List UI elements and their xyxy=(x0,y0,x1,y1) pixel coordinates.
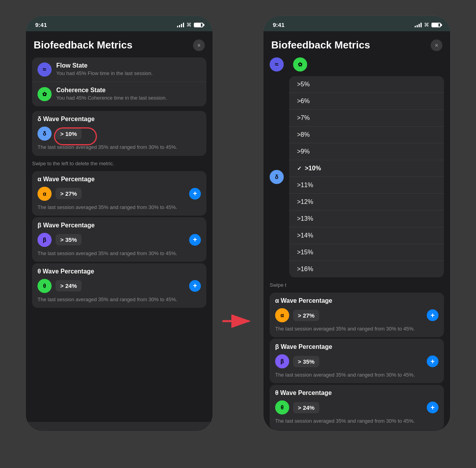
dropdown-item-12[interactable]: >12% xyxy=(289,194,444,211)
left-theta-icon: θ xyxy=(38,279,52,293)
left-theta-desc: The last session averaged 35% and ranged… xyxy=(38,296,201,303)
left-theta-title: θ Wave Percentage xyxy=(38,268,201,275)
dropdown-10-label: >10% xyxy=(305,165,321,172)
right-beta-row: β > 35% + xyxy=(275,354,438,368)
right-alpha-row: α > 27% + xyxy=(275,308,438,322)
right-delta-icon-abs: δ xyxy=(270,170,284,184)
dropdown-item-8[interactable]: >8% xyxy=(289,127,444,143)
right-app-content: Biofeedback Metrics × ≈ ✿ δ xyxy=(263,31,450,430)
left-delta-icon: δ xyxy=(38,127,52,141)
left-swipe-hint: Swipe to the left to delete the metric. xyxy=(26,157,213,171)
right-wifi-icon: ⌘ xyxy=(424,22,429,28)
right-modal-header: Biofeedback Metrics × xyxy=(263,31,450,57)
right-alpha-threshold[interactable]: > 27% xyxy=(293,310,319,321)
flow-state-name: Flow State xyxy=(56,62,201,69)
left-phone: 9:41 ⌘ Biofee xyxy=(25,16,213,432)
flow-state-text: Flow State You had 45% Flow time in the … xyxy=(56,62,201,77)
left-close-button[interactable]: × xyxy=(193,39,205,51)
right-theta-plus-button[interactable]: + xyxy=(427,402,438,413)
right-states-icons: ≈ ✿ xyxy=(263,57,450,76)
left-beta-plus-button[interactable]: + xyxy=(189,234,201,246)
left-close-icon: × xyxy=(197,42,200,48)
right-theta-title: θ Wave Percentage xyxy=(275,389,438,397)
left-modal-title: Biofeedback Metrics xyxy=(34,39,132,51)
dropdown-item-7[interactable]: >7% xyxy=(289,110,444,127)
left-alpha-plus-button[interactable]: + xyxy=(189,188,201,200)
left-theta-threshold[interactable]: > 24% xyxy=(55,280,82,291)
left-beta-row: β > 35% + xyxy=(38,233,201,247)
right-time: 9:41 xyxy=(273,21,285,28)
right-beta-section: β Wave Percentage β > 35% + The last ses… xyxy=(270,339,444,383)
right-theta-threshold[interactable]: > 24% xyxy=(293,402,319,413)
dropdown-6-label: >6% xyxy=(297,98,310,105)
right-close-button[interactable]: × xyxy=(431,39,442,51)
left-beta-title: β Wave Percentage xyxy=(38,222,201,229)
dropdown-11-label: >11% xyxy=(297,182,313,189)
right-signal-icon xyxy=(415,23,422,27)
right-battery-icon xyxy=(431,23,441,27)
right-close-icon: × xyxy=(435,42,438,48)
dropdown-item-13[interactable]: >13% xyxy=(289,211,444,227)
right-swipe-hint: Swipe t xyxy=(263,279,450,293)
coherence-state-desc: You had 45% Coherence time in the last s… xyxy=(56,95,201,102)
left-delta-threshold[interactable]: > 10% xyxy=(55,128,82,139)
right-beta-title: β Wave Percentage xyxy=(275,343,438,350)
dropdown-7-label: >7% xyxy=(297,114,310,121)
left-states-section: ≈ Flow State You had 45% Flow time in th… xyxy=(32,57,206,106)
left-alpha-title: α Wave Percentage xyxy=(38,176,201,183)
battery-icon xyxy=(194,23,203,27)
arrow-container xyxy=(222,16,254,432)
left-alpha-row: α > 27% + xyxy=(38,187,201,201)
left-beta-desc: The last session averaged 35% and ranged… xyxy=(38,250,201,257)
coherence-state-name: Coherence State xyxy=(56,87,201,94)
dropdown-item-14[interactable]: >14% xyxy=(289,227,444,244)
right-flow-icon: ≈ xyxy=(270,57,284,71)
left-theta-plus-button[interactable]: + xyxy=(189,280,201,292)
right-theta-row: θ > 24% + xyxy=(275,400,438,414)
dropdown-item-6[interactable]: >6% xyxy=(289,93,444,110)
right-status-icons: ⌘ xyxy=(415,22,441,28)
phones-container: 9:41 ⌘ Biofee xyxy=(25,16,451,432)
dropdown-8-label: >8% xyxy=(297,131,310,138)
right-theta-section: θ Wave Percentage θ > 24% + The last ses… xyxy=(270,385,444,429)
left-beta-section: β Wave Percentage β > 35% + The last ses… xyxy=(32,217,206,262)
dropdown-16-label: >16% xyxy=(297,266,313,273)
dropdown-9-label: >9% xyxy=(297,148,310,155)
dropdown-item-9[interactable]: >9% xyxy=(289,143,444,160)
left-status-bar: 9:41 ⌘ xyxy=(26,16,213,31)
right-beta-desc: The last session averaged 35% and ranged… xyxy=(275,372,438,379)
dropdown-item-16[interactable]: >16% xyxy=(289,261,444,277)
flow-state-desc: You had 45% Flow time in the last sessio… xyxy=(56,70,201,77)
left-status-icons: ⌘ xyxy=(177,22,203,28)
dropdown-item-5[interactable]: >5% xyxy=(289,76,444,93)
left-alpha-section: α Wave Percentage α > 27% + The last ses… xyxy=(32,171,206,216)
right-alpha-plus-button[interactable]: + xyxy=(427,309,438,321)
left-beta-icon: β xyxy=(38,233,52,247)
page-wrapper: 9:41 ⌘ Biofee xyxy=(0,0,476,468)
left-time: 9:41 xyxy=(35,21,47,28)
wifi-icon: ⌘ xyxy=(186,22,191,28)
left-beta-threshold[interactable]: > 35% xyxy=(55,234,82,245)
dropdown-5-label: >5% xyxy=(297,81,310,88)
right-theta-desc: The last session averaged 35% and ranged… xyxy=(275,418,438,425)
right-modal-title: Biofeedback Metrics xyxy=(271,39,370,51)
dropdown-12-label: >12% xyxy=(297,198,313,205)
right-alpha-title: α Wave Percentage xyxy=(275,297,438,304)
right-beta-threshold[interactable]: > 35% xyxy=(293,356,319,367)
dropdown-item-15[interactable]: >15% xyxy=(289,244,444,261)
left-theta-section: θ Wave Percentage θ > 24% + The last ses… xyxy=(32,263,206,308)
checkmark-icon: ✓ xyxy=(297,165,302,171)
right-delta-icon: δ xyxy=(270,170,284,184)
right-theta-icon: θ xyxy=(275,400,289,414)
right-beta-plus-button[interactable]: + xyxy=(427,355,438,367)
signal-icon xyxy=(177,23,184,27)
left-alpha-threshold[interactable]: > 27% xyxy=(55,188,82,199)
right-alpha-icon: α xyxy=(275,308,289,322)
dropdown-item-11[interactable]: >11% xyxy=(289,177,444,194)
dropdown-item-10[interactable]: ✓ >10% xyxy=(289,160,444,177)
left-alpha-icon: α xyxy=(38,187,52,201)
right-phone: 9:41 ⌘ Biofee xyxy=(263,16,451,432)
right-dropdown-panel[interactable]: >5% >6% >7% >8% >9% ✓ >10% >11% >12% >13… xyxy=(289,76,444,277)
flow-state-item: ≈ Flow State You had 45% Flow time in th… xyxy=(32,57,206,82)
right-alpha-section: α Wave Percentage α > 27% + The last ses… xyxy=(270,293,444,337)
